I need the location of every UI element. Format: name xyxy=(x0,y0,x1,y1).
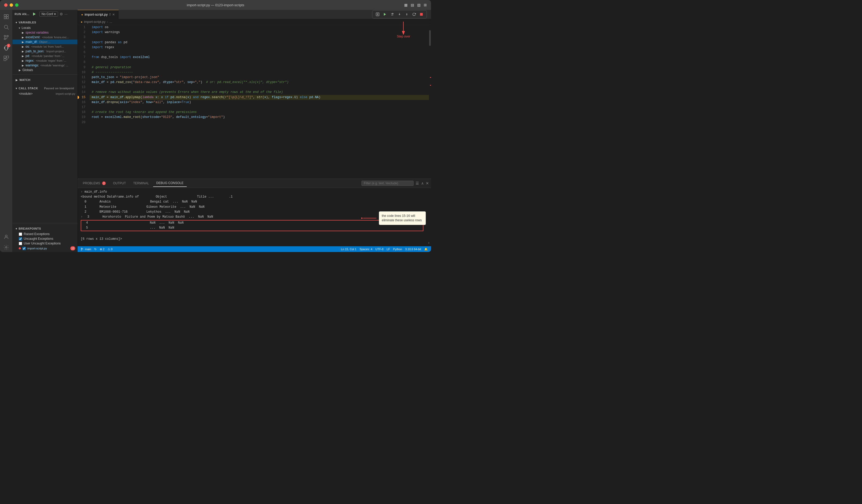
user-uncaught-checkbox[interactable] xyxy=(19,242,22,245)
breakpoints-header[interactable]: ▾ BREAKPOINTS xyxy=(13,225,77,232)
status-right: Ln 15, Col 1 Spaces: 4 UTF-8 LF Python 3… xyxy=(341,248,428,251)
tab-debug-console[interactable]: DEBUG CONSOLE xyxy=(153,180,187,187)
line-num-8: 8 xyxy=(78,60,88,65)
warning-count[interactable]: ⚠ 0 xyxy=(107,248,113,251)
notification-icon[interactable]: 🔔 xyxy=(424,248,428,251)
svg-point-13 xyxy=(5,247,7,248)
grid-icon[interactable]: ▦ xyxy=(404,3,407,7)
raised-exceptions-checkbox[interactable] xyxy=(19,233,22,236)
filter-icon[interactable]: ☰ xyxy=(416,181,419,185)
special-variables-item[interactable]: ▶ special variables xyxy=(13,30,77,35)
sidebar-icon[interactable]: ▧ xyxy=(417,3,421,7)
scrollbar-thumb[interactable] xyxy=(429,30,431,46)
step-into-btn[interactable] xyxy=(396,11,403,17)
close-button[interactable] xyxy=(4,3,8,7)
no-conf-button[interactable]: No Conf ▾ xyxy=(39,12,58,17)
error-count[interactable]: ⊗ 2 xyxy=(100,248,104,251)
maximize-button[interactable] xyxy=(15,3,18,7)
console-container: › main_df.info <bound method DataFrame.i… xyxy=(78,188,431,246)
line-num-18: 18 xyxy=(78,110,88,115)
source-control-icon[interactable] xyxy=(2,33,11,42)
explorer-icon[interactable] xyxy=(2,12,11,21)
ellipsis-icon[interactable]: ··· xyxy=(65,12,68,16)
import-script-bp-checkbox[interactable] xyxy=(22,247,26,250)
search-icon[interactable] xyxy=(2,22,11,32)
os-item[interactable]: ▶ os: <module 'os' from '/usr/l... xyxy=(13,44,77,49)
collapse-icon[interactable]: ∧ xyxy=(421,181,424,185)
step-out-btn[interactable] xyxy=(404,11,410,17)
variables-arrow: ▾ xyxy=(16,21,17,24)
python-version[interactable]: 3.10.6 64-bit xyxy=(405,248,421,251)
step-over-btn[interactable] xyxy=(389,11,395,17)
call-stack-header[interactable]: ▾ CALL STACK Paused on breakpoint xyxy=(13,85,77,91)
watch-header[interactable]: ▶ WATCH xyxy=(13,77,77,83)
encoding[interactable]: UTF-8 xyxy=(376,248,383,251)
tab-output[interactable]: OUTPUT xyxy=(110,180,129,187)
sync-status[interactable]: ↻ xyxy=(94,248,96,251)
call-stack-item[interactable]: <module> import-script.py xyxy=(13,91,77,96)
variables-section: ▾ VARIABLES ▾ Locals ▶ special variables… xyxy=(13,18,77,74)
annotation-container: the code lines 15-16 will eliminate thes… xyxy=(361,211,426,225)
globals-item[interactable]: ▶ Globals xyxy=(13,68,77,72)
sidebar: RUN AN... No Conf ▾ ⚙ ··· ▾ VARIABLES ▾ … xyxy=(13,10,78,252)
debug-settings-btn[interactable] xyxy=(375,11,381,17)
expand-btn[interactable]: › xyxy=(428,241,429,245)
variables-header[interactable]: ▾ VARIABLES xyxy=(13,19,77,26)
file-icon: ● xyxy=(81,20,82,24)
panel-tabs: PROBLEMS 2 OUTPUT TERMINAL DEBUG CONSOLE… xyxy=(78,179,431,188)
svg-point-8 xyxy=(4,38,5,40)
debug-icon[interactable]: 1 xyxy=(2,43,11,53)
tab-close-icon[interactable]: ✕ xyxy=(112,13,115,16)
call-stack-section: ▾ CALL STACK Paused on breakpoint <modul… xyxy=(13,84,77,97)
import-script-tab[interactable]: ● import-script.py 2 ✕ xyxy=(78,10,119,19)
spaces[interactable]: Spaces: 4 xyxy=(360,248,373,251)
line-num-13: 13 xyxy=(78,85,88,90)
run-button[interactable] xyxy=(31,12,38,16)
titlebar: import-script.py — 0123-import-scripts ▦… xyxy=(0,0,431,10)
tab-problems[interactable]: PROBLEMS 2 xyxy=(80,180,109,187)
console-prompt: › main_df.info xyxy=(81,189,423,195)
uncaught-exceptions-checkbox[interactable] xyxy=(19,237,22,241)
tab-terminal[interactable]: TERMINAL xyxy=(130,180,152,187)
annotation-arrow-icon xyxy=(361,215,377,221)
settings-icon[interactable] xyxy=(2,243,11,252)
layout-icon[interactable]: ▤ xyxy=(411,3,414,7)
language-mode[interactable]: Python xyxy=(393,248,402,251)
restart-btn[interactable] xyxy=(411,11,417,17)
line-num-4: 4 xyxy=(78,40,88,45)
gear-icon[interactable]: ⚙ xyxy=(60,12,63,16)
git-branch[interactable]: main xyxy=(81,248,91,251)
code-line-17 xyxy=(90,105,429,110)
line-num-15: 15 xyxy=(78,95,88,100)
close-panel-icon[interactable]: ✕ xyxy=(426,181,429,185)
stop-btn[interactable] xyxy=(418,11,425,17)
account-icon[interactable] xyxy=(2,232,11,242)
line-num-3: 3 xyxy=(78,35,88,40)
code-editor[interactable]: 1 2 3 4 5 6 7 8 9 10 11 12 13 14 1 xyxy=(78,25,429,178)
raised-exceptions-item: Raised Exceptions xyxy=(13,232,77,236)
filter-input[interactable] xyxy=(362,181,414,186)
main-df-item[interactable]: ▶ main_df: Object ... xyxy=(13,40,77,44)
extensions-icon[interactable] xyxy=(2,54,11,63)
more-icon[interactable]: ⊞ xyxy=(424,3,427,7)
code-line-13 xyxy=(90,85,429,90)
window-controls[interactable] xyxy=(4,3,18,7)
regex-item[interactable]: ▶ regex: <module 'regex' from '... xyxy=(13,58,77,63)
svg-rect-23 xyxy=(420,13,423,16)
editor-scrollbar[interactable] xyxy=(429,25,431,178)
line-num-19: 19 xyxy=(78,115,88,120)
svg-rect-9 xyxy=(4,56,6,58)
excel2xml-item[interactable]: ▶ excel2xml: <module 'knora.exc... xyxy=(13,35,77,40)
warnings-item[interactable]: ▶ warnings: <module 'warnings' ... xyxy=(13,63,77,68)
continue-btn[interactable] xyxy=(382,11,388,17)
pd-item[interactable]: ▶ pd: <module 'pandas' from '/u... xyxy=(13,54,77,58)
line-ending[interactable]: LF xyxy=(387,248,390,251)
minimize-button[interactable] xyxy=(10,3,13,7)
path-to-json-item[interactable]: ▶ path_to_json: 'import-project... xyxy=(13,49,77,54)
locals-item[interactable]: ▾ Locals xyxy=(13,26,77,30)
svg-line-5 xyxy=(7,28,9,29)
code-content[interactable]: import os import warnings import pandas … xyxy=(90,25,429,178)
cursor-position[interactable]: Ln 15, Col 1 xyxy=(341,248,356,251)
svg-rect-10 xyxy=(6,56,8,58)
line-num-10: 10 xyxy=(78,70,88,75)
